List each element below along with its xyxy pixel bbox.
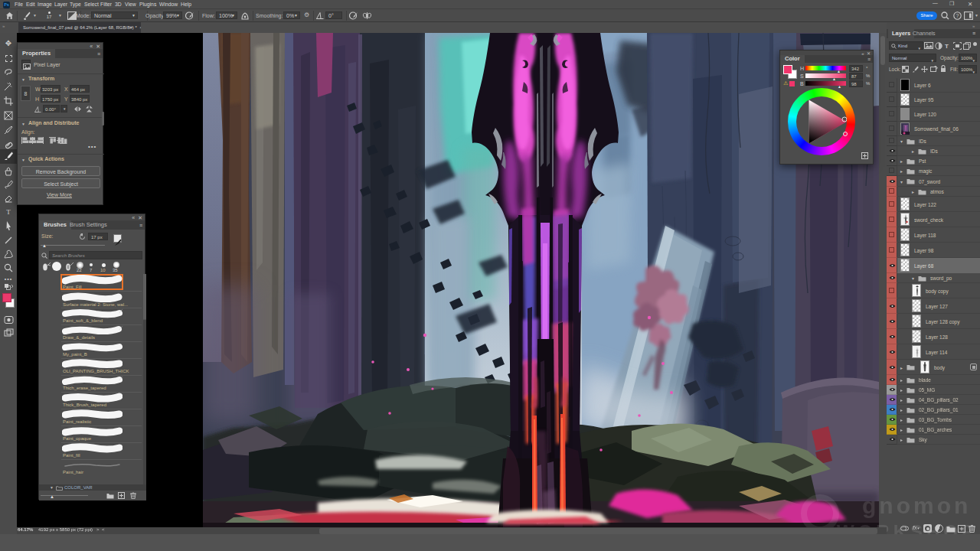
svg-text:?: ?	[956, 13, 959, 18]
